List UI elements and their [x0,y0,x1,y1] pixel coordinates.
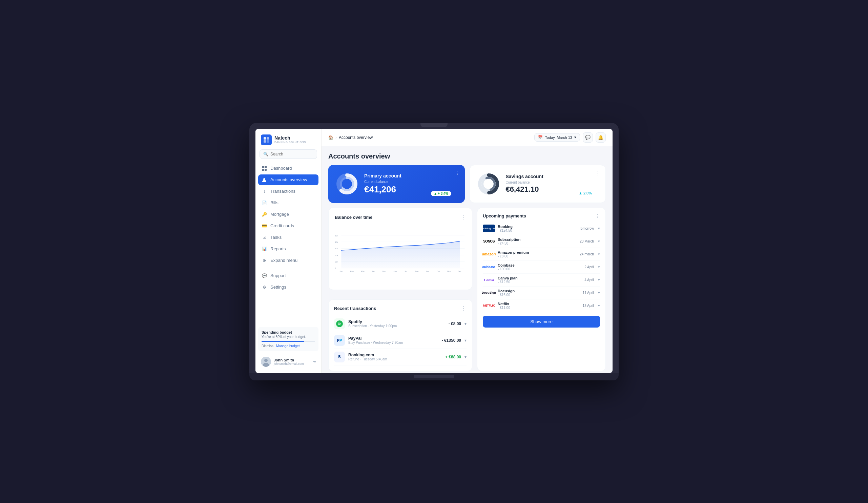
primary-donut-chart [335,172,359,196]
sidebar-item-label: Reports [270,246,286,251]
payment-amount: - €16.00 [498,293,572,297]
messages-button[interactable]: 💬 [583,133,593,143]
sidebar-item-label: Mortgage [270,212,289,217]
user-menu-icon[interactable]: ⇥ [313,359,316,364]
payment-expand-icon[interactable]: ▾ [598,304,600,308]
manage-budget-button[interactable]: Manage budget [276,344,300,348]
primary-card-menu[interactable]: ⋮ [455,170,460,176]
search-icon: 🔍 [263,152,268,157]
sidebar-item-dashboard[interactable]: Dashboard [258,163,319,174]
budget-card: Spending budget You're at 80% of your bu… [258,327,319,351]
chart-header: Balance over time ⋮ [335,214,466,220]
list-item: booking.com Booking - €124.50 Tomorrow ▾ [483,222,600,235]
sidebar-item-label: Dashboard [270,166,292,171]
transactions-menu[interactable]: ⋮ [461,305,466,312]
svg-rect-6 [262,169,264,171]
sidebar-bottom: Spending budget You're at 80% of your bu… [256,324,321,373]
sidebar-item-credit[interactable]: 💳 Credit cards [258,220,319,231]
canva-payment-logo: Canva [483,276,495,283]
budget-title: Spending budget [261,330,315,334]
svg-text:May: May [382,270,387,272]
logo-text: Natech BANKING SOLUTIONS [275,136,306,144]
tx-type-date: Etsy Purchase · Wednesday 7:20am [348,341,438,345]
payment-expand-icon[interactable]: ▾ [598,226,600,231]
right-panel: Upcoming payments ⋮ booking.com B [477,208,606,371]
payment-amount: - €8.00 [498,254,572,258]
sidebar-item-settings[interactable]: ⚙ Settings [258,282,319,293]
chevron-down-icon: ▾ [574,135,576,139]
date-button[interactable]: 📅 Today, March 13 ▾ [534,133,580,142]
user-email: johnsmith@email.com [274,362,310,366]
date-label: Today, March 13 [545,136,572,139]
payment-name: Subscription [498,238,572,241]
payment-name: Netflix [498,302,572,306]
tx-info: Booking.com Refund · Tuesday 5:40am [348,353,442,361]
mortgage-icon: 🔑 [261,212,267,217]
sidebar-item-label: Credit cards [270,223,294,228]
payment-date: 24 march [575,252,594,256]
arrow-up-icon: ▲ [434,192,437,196]
svg-point-10 [264,359,268,362]
tx-chevron[interactable]: ▾ [465,338,466,343]
payment-expand-icon[interactable]: ▾ [598,239,600,243]
svg-text:20k: 20k [335,254,339,256]
tx-chevron[interactable]: ▾ [465,355,466,359]
svg-text:Apr: Apr [372,270,375,272]
user-info: John Smith johnsmith@email.com [274,358,310,366]
search-box[interactable]: 🔍 [259,149,317,159]
netflix-payment-logo: NETFLIX [483,302,495,309]
savings-balance-label: Current balance [506,180,599,184]
budget-subtitle: You're at 80% of your budget. [261,335,315,339]
sidebar-item-bills[interactable]: 📄 Bills [258,198,319,208]
tx-info: Spotify Subscription · Yesterday 1:00pm [348,319,445,328]
payment-info: Coinbase - €90.00 [498,263,572,271]
payment-amount: - €11.00 [498,306,572,310]
booking-payment-logo: booking.com [483,224,495,232]
notifications-button[interactable]: 🔔 [596,133,606,143]
payment-info: Docusign - €16.00 [498,289,572,297]
payment-expand-icon[interactable]: ▾ [598,252,600,256]
balance-chart-card: Balance over time ⋮ 50k 40k 30k [328,208,472,290]
tasks-icon: ☑ [261,235,267,240]
savings-donut-chart [477,172,500,196]
payment-expand-icon[interactable]: ▾ [598,265,600,269]
sidebar-item-transactions[interactable]: ↕ Transactions [258,186,319,197]
payments-menu[interactable]: ⋮ [595,213,600,219]
search-input[interactable] [270,152,313,157]
list-item: NETFLIX Netflix - €11.00 13 April ▾ [483,300,600,312]
svg-rect-1 [267,137,269,139]
sidebar-item-support[interactable]: 💬 Support [258,270,319,281]
payment-name: Coinbase [498,263,572,267]
svg-rect-0 [264,137,266,139]
sidebar-item-mortgage[interactable]: 🔑 Mortgage [258,209,319,220]
page-content: Accounts overview Prim [321,146,612,373]
sidebar-item-reports[interactable]: 📊 Reports [258,243,319,254]
svg-text:Jun: Jun [393,270,397,272]
list-item: amazon Amazon premium - €8.00 24 march ▾ [483,248,600,261]
savings-card-menu[interactable]: ⋮ [595,170,601,177]
sidebar-item-tasks[interactable]: ☑ Tasks [258,232,319,243]
chart-menu[interactable]: ⋮ [461,214,466,220]
sidebar-item-accounts[interactable]: Accounts overview [258,175,319,185]
payments-title: Upcoming payments [483,213,526,219]
chat-icon: 💬 [585,135,590,140]
chart-area: 50k 40k 30k 20k 10k 0 [335,224,466,283]
svg-text:0: 0 [335,267,336,269]
sidebar-item-expand[interactable]: ⊕ Expand menu [258,255,319,266]
transactions-title: Recent transactions [334,306,376,311]
payment-amount: - €90.00 [498,267,572,271]
progress-bar-fill [261,341,304,342]
dismiss-button[interactable]: Dismiss [261,344,273,348]
list-item: coinbase Coinbase - €90.00 2 April ▾ [483,261,600,274]
savings-growth-badge: ▲ 2.0% [579,191,592,195]
tx-chevron[interactable]: ▾ [465,322,466,326]
payment-expand-icon[interactable]: ▾ [598,291,600,295]
settings-icon: ⚙ [261,284,267,290]
reports-icon: 📊 [261,246,267,252]
svg-text:Oct: Oct [437,270,440,272]
home-icon[interactable]: 🏠 [328,135,333,140]
svg-rect-7 [265,169,267,171]
tx-info: PayPal Etsy Purchase · Wednesday 7:20am [348,336,438,345]
show-more-button[interactable]: Show more [483,316,600,327]
payment-expand-icon[interactable]: ▾ [598,278,600,282]
